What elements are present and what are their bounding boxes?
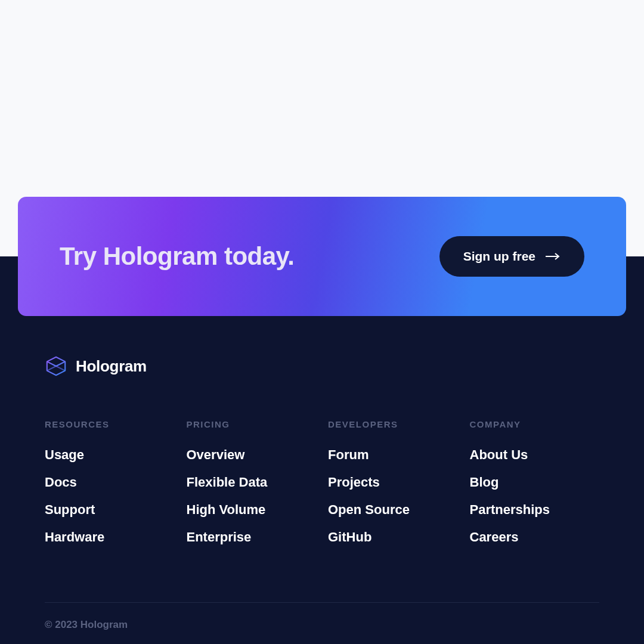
- link-docs[interactable]: Docs: [45, 475, 175, 490]
- link-projects[interactable]: Projects: [328, 475, 458, 490]
- link-overview[interactable]: Overview: [187, 447, 317, 463]
- link-github[interactable]: GitHub: [328, 530, 458, 545]
- cta-title: Try Hologram today.: [60, 242, 294, 271]
- link-blog[interactable]: Blog: [470, 475, 600, 490]
- link-careers[interactable]: Careers: [470, 530, 600, 545]
- footer-content: Hologram Resources Usage Docs Support Ha…: [45, 355, 599, 545]
- signup-button[interactable]: Sign up free: [439, 236, 584, 277]
- link-partnerships[interactable]: Partnerships: [470, 502, 600, 518]
- brand: Hologram: [45, 355, 599, 377]
- footer-col-pricing: Pricing Overview Flexible Data High Volu…: [187, 419, 317, 545]
- footer-columns: Resources Usage Docs Support Hardware Pr…: [45, 419, 599, 545]
- brand-name: Hologram: [76, 357, 147, 376]
- link-high-volume[interactable]: High Volume: [187, 502, 317, 518]
- arrow-right-icon: [545, 252, 561, 261]
- footer-col-developers: Developers Forum Projects Open Source Gi…: [328, 419, 458, 545]
- link-open-source[interactable]: Open Source: [328, 502, 458, 518]
- link-enterprise[interactable]: Enterprise: [187, 530, 317, 545]
- link-forum[interactable]: Forum: [328, 447, 458, 463]
- cta-banner: Try Hologram today. Sign up free: [18, 197, 626, 316]
- col-title-pricing: Pricing: [187, 419, 317, 429]
- link-usage[interactable]: Usage: [45, 447, 175, 463]
- link-hardware[interactable]: Hardware: [45, 530, 175, 545]
- link-flexible-data[interactable]: Flexible Data: [187, 475, 317, 490]
- col-title-company: Company: [470, 419, 600, 429]
- copyright: © 2023 Hologram: [45, 619, 128, 631]
- footer-col-resources: Resources Usage Docs Support Hardware: [45, 419, 175, 545]
- col-title-developers: Developers: [328, 419, 458, 429]
- col-title-resources: Resources: [45, 419, 175, 429]
- link-about-us[interactable]: About Us: [470, 447, 600, 463]
- link-support[interactable]: Support: [45, 502, 175, 518]
- footer-col-company: Company About Us Blog Partnerships Caree…: [470, 419, 600, 545]
- cube-icon: [45, 355, 67, 377]
- signup-button-label: Sign up free: [463, 249, 535, 264]
- footer-divider: [45, 602, 599, 603]
